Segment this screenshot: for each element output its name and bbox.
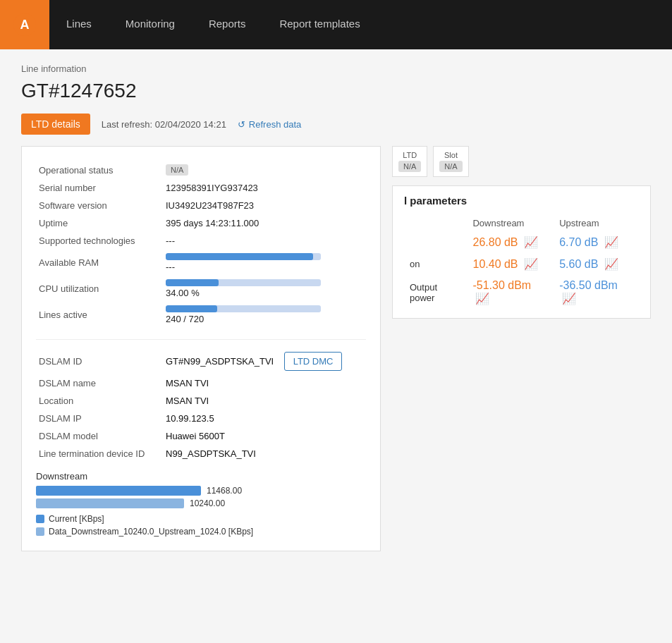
supported-technologies-value: --- <box>163 232 366 250</box>
slot-label: Slot <box>439 151 462 159</box>
lines-active-label: Lines active <box>36 302 163 328</box>
svg-text:A: A <box>20 18 30 32</box>
page-title: GT#1247652 <box>21 80 651 102</box>
available-ram-bar-fill <box>166 253 313 260</box>
lines-active-bar-fill <box>166 305 217 312</box>
available-ram-value: --- <box>166 262 363 272</box>
cpu-bar <box>166 279 321 286</box>
line-termination-device-id-value: N99_ASDPTSKA_TVI <box>163 445 366 463</box>
bar1-value: 11468.00 <box>207 486 242 496</box>
signal-row2-down: 10.40 dB 📈 <box>467 253 554 275</box>
software-version-value: IU3492U234T987F23 <box>163 197 366 214</box>
row-available-ram: Available RAM --- <box>36 250 366 276</box>
slot-na-value: N/A <box>439 161 462 172</box>
available-ram-bar <box>166 253 321 260</box>
refresh-icon: ↺ <box>238 119 245 130</box>
ltd-na-value: N/A <box>398 161 421 172</box>
signal-table-header: Downstream Upstream <box>404 215 639 231</box>
trend-icon-2-down: 📈 <box>524 257 538 271</box>
cpu-utilization-value: 34.00 % <box>166 288 363 298</box>
badge-row: LTD N/A Slot N/A <box>392 146 651 177</box>
col-downstream-header: Downstream <box>467 215 554 231</box>
legend-dot-current <box>36 515 44 523</box>
operational-info-table: Operational status N/A Serial number 123… <box>36 161 366 328</box>
dslam-ip-label: DSLAM IP <box>36 410 163 427</box>
dslam-id-label: DSLAM ID <box>36 348 163 374</box>
last-refresh-text: Last refresh: 02/04/2020 14:21 <box>102 119 226 130</box>
operational-status-label: Operational status <box>36 161 163 179</box>
output-power-up: -36.50 dBm 📈 <box>554 275 639 310</box>
serial-number-value: 123958391IYG937423 <box>163 179 366 197</box>
toolbar: LTD details Last refresh: 02/04/2020 14:… <box>21 114 651 135</box>
main-layout: Operational status N/A Serial number 123… <box>21 146 651 551</box>
row-lines-active: Lines active 240 / 720 <box>36 302 366 328</box>
serial-number-label: Serial number <box>36 179 163 197</box>
bar-row-2: 10240.00 <box>36 498 366 508</box>
ltd-label: LTD <box>398 151 421 159</box>
location-value: MSAN TVI <box>163 392 366 410</box>
logo[interactable]: A <box>0 0 49 49</box>
row-software-version: Software version IU3492U234T987F23 <box>36 197 366 214</box>
legend-item-data: Data_Downstream_10240.0_Upstream_1024.0 … <box>36 527 366 537</box>
dslam-model-label: DSLAM model <box>36 427 163 445</box>
page: Line information GT#1247652 LTD details … <box>0 49 672 565</box>
dslam-name-label: DSLAM name <box>36 374 163 392</box>
slot-badge: Slot N/A <box>433 146 468 177</box>
legend: Current [KBps] Data_Downstream_10240.0_U… <box>36 514 366 537</box>
cpu-bar-fill <box>166 279 219 286</box>
ltd-dmc-button[interactable]: LTD DMC <box>284 352 343 371</box>
nav-item-monitoring[interactable]: Monitoring <box>109 0 192 49</box>
refresh-data-label: Refresh data <box>249 119 301 130</box>
nav-item-reports[interactable]: Reports <box>192 0 263 49</box>
ltd-details-button[interactable]: LTD details <box>21 114 90 135</box>
uptime-label: Uptime <box>36 214 163 232</box>
row-dslam-name: DSLAM name MSAN TVI <box>36 374 366 392</box>
row-dslam-id: DSLAM ID GT#N99_ASDPTSKA_TVI LTD DMC <box>36 348 366 374</box>
legend-dot-data <box>36 527 44 536</box>
refresh-data-link[interactable]: ↺ Refresh data <box>238 119 301 130</box>
bar-current <box>36 486 201 496</box>
row-line-termination-device-id: Line termination device ID N99_ASDPTSKA_… <box>36 445 366 463</box>
downstream-label: Downstream <box>36 471 366 482</box>
bar2-value: 10240.00 <box>190 498 225 508</box>
signal-table: Downstream Upstream 26.80 dB 📈 <box>404 215 639 310</box>
row-serial-number: Serial number 123958391IYG937423 <box>36 179 366 197</box>
row-dslam-ip: DSLAM IP 10.99.123.5 <box>36 410 366 427</box>
nav-item-lines[interactable]: Lines <box>49 0 109 49</box>
location-label: Location <box>36 392 163 410</box>
trend-icon-2-up: 📈 <box>604 257 618 271</box>
dslam-ip-value: 10.99.123.5 <box>163 410 366 427</box>
right-panel: LTD N/A Slot N/A l parameters Downstream <box>381 146 651 551</box>
trend-icon-op-up: 📈 <box>562 292 576 305</box>
nav-item-report-templates[interactable]: Report templates <box>262 0 377 49</box>
row-location: Location MSAN TVI <box>36 392 366 410</box>
available-ram-label: Available RAM <box>36 250 163 276</box>
line-termination-device-id-label: Line termination device ID <box>36 445 163 463</box>
trend-icon-1-down: 📈 <box>524 235 538 249</box>
breadcrumb: Line information <box>21 63 651 74</box>
trend-icon-op-down: 📈 <box>475 292 489 305</box>
operational-status-value: N/A <box>166 164 188 176</box>
bar-data <box>36 498 184 508</box>
uptime-value: 395 days 14:23:11.000 <box>163 214 366 232</box>
ltd-badge: LTD N/A <box>392 146 427 177</box>
legend-data-label: Data_Downstream_10240.0_Upstream_1024.0 … <box>49 527 253 537</box>
signal-row2-label: on <box>404 253 467 275</box>
row-supported-technologies: Supported technologies --- <box>36 232 366 250</box>
dslam-info-table: DSLAM ID GT#N99_ASDPTSKA_TVI LTD DMC DSL… <box>36 348 366 463</box>
bar-row-1: 11468.00 <box>36 486 366 496</box>
supported-technologies-label: Supported technologies <box>36 232 163 250</box>
signal-row-1: 26.80 dB 📈 6.70 dB 📈 <box>404 231 639 253</box>
signal-panel-title: l parameters <box>404 195 639 207</box>
downstream-section: Downstream 11468.00 10240.00 Current [KB… <box>36 471 366 537</box>
col-upstream-header: Upstream <box>554 215 639 231</box>
signal-row1-down: 26.80 dB 📈 <box>467 231 554 253</box>
software-version-label: Software version <box>36 197 163 214</box>
row-dslam-model: DSLAM model Huawei 5600T <box>36 427 366 445</box>
col-label-header <box>404 215 467 231</box>
lines-active-value: 240 / 720 <box>166 314 363 324</box>
output-power-label: Output power <box>404 275 467 310</box>
lines-active-bar <box>166 305 321 312</box>
trend-icon-1-up: 📈 <box>604 235 618 249</box>
signal-row-output-power: Output power -51.30 dBm 📈 -36.50 dBm 📈 <box>404 275 639 310</box>
